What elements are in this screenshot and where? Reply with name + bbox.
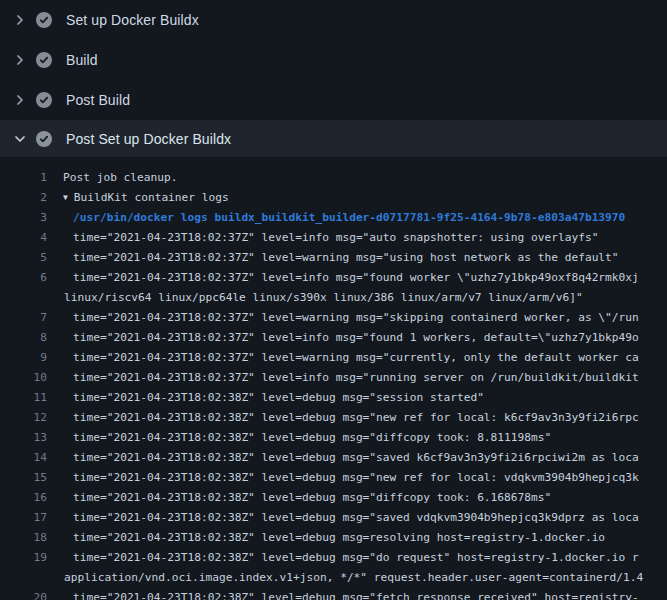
log-line-number[interactable]: 9 <box>0 348 47 368</box>
log-line-number[interactable]: 1 <box>0 168 47 188</box>
log-line-number[interactable]: 6 <box>0 268 47 288</box>
log-line: 14time="2021-04-23T18:02:38Z" level=debu… <box>0 448 667 468</box>
log-line: application/vnd.oci.image.index.v1+json,… <box>0 568 667 588</box>
log-line-number[interactable]: 4 <box>0 228 47 248</box>
log-line-text: time="2021-04-23T18:02:38Z" level=debug … <box>73 428 551 448</box>
log-line-number[interactable]: 11 <box>0 388 47 408</box>
log-line-text: application/vnd.oci.image.index.v1+json,… <box>64 568 643 588</box>
log-line: 15time="2021-04-23T18:02:38Z" level=debu… <box>0 468 667 488</box>
log-line-text: time="2021-04-23T18:02:38Z" level=debug … <box>73 508 639 528</box>
log-line: 19time="2021-04-23T18:02:38Z" level=debu… <box>0 548 667 568</box>
step-label: Build <box>66 52 98 68</box>
log-line-number <box>0 568 47 588</box>
log-line: 9time="2021-04-23T18:02:37Z" level=warni… <box>0 348 667 368</box>
log-line-number[interactable]: 3 <box>0 208 47 228</box>
chevron-right-icon <box>12 92 28 108</box>
log-line: 8time="2021-04-23T18:02:37Z" level=info … <box>0 328 667 348</box>
log-line: 17time="2021-04-23T18:02:38Z" level=debu… <box>0 508 667 528</box>
log-line: linux/riscv64 linux/ppc64le linux/s390x … <box>0 288 667 308</box>
log-line: 16time="2021-04-23T18:02:38Z" level=debu… <box>0 488 667 508</box>
log-line-text: time="2021-04-23T18:02:38Z" level=debug … <box>73 388 484 408</box>
log-line-text: time="2021-04-23T18:02:38Z" level=debug … <box>73 488 551 508</box>
step-post-build[interactable]: Post Build <box>0 80 667 120</box>
log-line: 11time="2021-04-23T18:02:38Z" level=debu… <box>0 388 667 408</box>
log-line-text: time="2021-04-23T18:02:37Z" level=info m… <box>73 328 639 348</box>
log-line-number[interactable]: 2 <box>0 188 47 208</box>
log-line-text: time="2021-04-23T18:02:37Z" level=warnin… <box>73 348 639 368</box>
log-line: 1Post job cleanup. <box>0 168 667 188</box>
log-line-number[interactable]: 7 <box>0 308 47 328</box>
log-line-number[interactable]: 10 <box>0 368 47 388</box>
log-line-number[interactable]: 13 <box>0 428 47 448</box>
log-line: 4time="2021-04-23T18:02:37Z" level=info … <box>0 228 667 248</box>
log-line-number <box>0 288 47 308</box>
chevron-right-icon <box>12 12 28 28</box>
log-line: 18time="2021-04-23T18:02:38Z" level=debu… <box>0 528 667 548</box>
log-line: 5time="2021-04-23T18:02:37Z" level=warni… <box>0 248 667 268</box>
log-line-number[interactable]: 14 <box>0 448 47 468</box>
log-line: 20time="2021-04-23T18:02:38Z" level=debu… <box>0 588 667 600</box>
chevron-right-icon <box>12 52 28 68</box>
step-label: Post Set up Docker Buildx <box>66 131 231 147</box>
check-circle-icon <box>36 52 52 68</box>
log-line: 7time="2021-04-23T18:02:37Z" level=warni… <box>0 308 667 328</box>
log-line[interactable]: 2▼BuildKit container logs <box>0 188 667 208</box>
step-label: Set up Docker Buildx <box>66 12 199 28</box>
log-line-number[interactable]: 20 <box>0 588 47 600</box>
log-line-number[interactable]: 15 <box>0 468 47 488</box>
log-line-text: time="2021-04-23T18:02:37Z" level=info m… <box>73 228 598 248</box>
log-line-text: time="2021-04-23T18:02:38Z" level=debug … <box>73 548 639 568</box>
log-line-text: Post job cleanup. <box>63 168 178 188</box>
log-line-text: time="2021-04-23T18:02:37Z" level=info m… <box>73 368 639 388</box>
check-circle-icon <box>36 12 52 28</box>
log-line-number[interactable]: 16 <box>0 488 47 508</box>
log-line: 6time="2021-04-23T18:02:37Z" level=info … <box>0 268 667 288</box>
log-line: 12time="2021-04-23T18:02:38Z" level=debu… <box>0 408 667 428</box>
log-line-text: time="2021-04-23T18:02:38Z" level=debug … <box>73 588 639 600</box>
log-line-text: time="2021-04-23T18:02:38Z" level=debug … <box>73 408 639 428</box>
check-circle-icon <box>36 131 52 147</box>
log-line-number[interactable]: 17 <box>0 508 47 528</box>
log-line-number[interactable]: 5 <box>0 248 47 268</box>
log-line-text: linux/riscv64 linux/ppc64le linux/s390x … <box>64 288 583 308</box>
log-command-text: /usr/bin/docker logs buildx_buildkit_bui… <box>73 208 625 228</box>
log-line-number[interactable]: 19 <box>0 548 47 568</box>
chevron-down-icon <box>12 131 28 147</box>
log-line: 3/usr/bin/docker logs buildx_buildkit_bu… <box>0 208 667 228</box>
log-lines: 1Post job cleanup.2▼BuildKit container l… <box>0 157 667 600</box>
log-line-text: time="2021-04-23T18:02:37Z" level=warnin… <box>73 248 619 268</box>
log-line-number[interactable]: 18 <box>0 528 47 548</box>
log-line-text: time="2021-04-23T18:02:37Z" level=info m… <box>73 268 639 288</box>
check-circle-icon <box>36 92 52 108</box>
log-line-text: time="2021-04-23T18:02:38Z" level=debug … <box>73 448 639 468</box>
steps-panel: Set up Docker Buildx Build Post Build Po… <box>0 0 667 157</box>
group-collapse-triangle-icon[interactable]: ▼ <box>63 188 68 208</box>
step-post-set-up-docker-buildx-header[interactable]: Post Set up Docker Buildx <box>0 120 667 157</box>
log-line: 10time="2021-04-23T18:02:37Z" level=info… <box>0 368 667 388</box>
step-set-up-docker-buildx[interactable]: Set up Docker Buildx <box>0 0 667 40</box>
log-line-text[interactable]: BuildKit container logs <box>74 188 229 208</box>
log-line-text: time="2021-04-23T18:02:38Z" level=debug … <box>73 468 639 488</box>
step-label: Post Build <box>66 92 130 108</box>
log-line: 13time="2021-04-23T18:02:38Z" level=debu… <box>0 428 667 448</box>
log-line-number[interactable]: 12 <box>0 408 47 428</box>
log-line-number[interactable]: 8 <box>0 328 47 348</box>
step-build[interactable]: Build <box>0 40 667 80</box>
log-line-text: time="2021-04-23T18:02:38Z" level=debug … <box>73 528 605 548</box>
log-line-text: time="2021-04-23T18:02:37Z" level=warnin… <box>73 308 639 328</box>
